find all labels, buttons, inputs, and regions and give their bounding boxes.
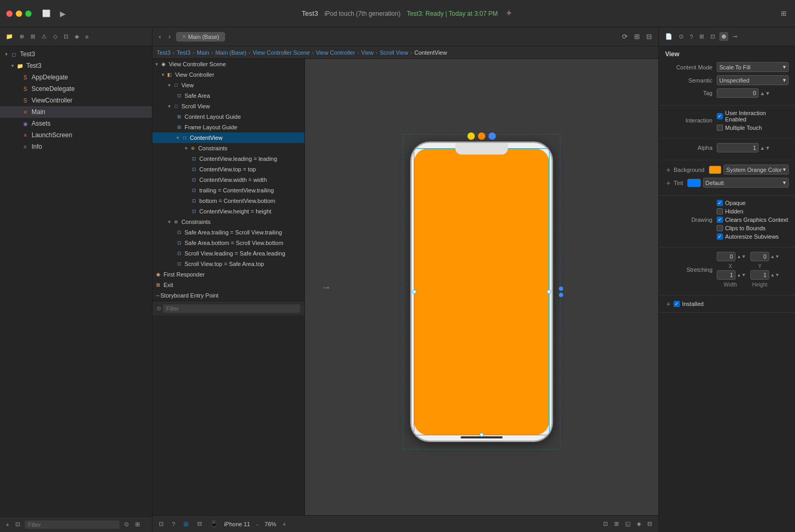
device-controls[interactable]	[411, 132, 553, 140]
stretch-x-input[interactable]	[717, 252, 736, 261]
canvas-fit-btn[interactable]: ⊡	[157, 519, 166, 528]
outline-item-storyboard-entry[interactable]: → Storyboard Entry Point	[152, 290, 304, 301]
sidebar-toggle-button[interactable]: ⬜	[40, 7, 53, 19]
multiple-touch-checkbox[interactable]	[717, 125, 723, 131]
content-mode-select[interactable]: Scale To Fill ▾	[717, 62, 789, 72]
outline-item-constraint-7[interactable]: ⊡ Safe Area.trailing = Scroll View.trail…	[152, 227, 304, 238]
outline-item-framelayout[interactable]: ⊞ Frame Layout Guide	[152, 122, 304, 132]
stretch-height-stepper[interactable]: ▲▼	[770, 272, 780, 278]
file-item-viewcontroller[interactable]: S ViewController	[0, 95, 152, 106]
breadcrumb-item[interactable]: ContentView	[414, 49, 447, 56]
tag-stepper-icon[interactable]: ▲▼	[760, 90, 770, 96]
insp-size-btn[interactable]: ⊡	[708, 32, 717, 41]
canvas-constraints-btn[interactable]: ◎	[181, 519, 191, 528]
insp-help-btn[interactable]: ?	[688, 33, 695, 41]
background-color-swatch[interactable]	[709, 166, 721, 174]
breadcrumb-item[interactable]: View Controller	[316, 49, 355, 56]
stretch-x-stepper[interactable]: ▲▼	[737, 254, 746, 259]
outline-item-scene[interactable]: ▼ ◉ View Controller Scene	[152, 59, 304, 69]
right-handle-1[interactable]	[559, 287, 563, 291]
outline-item-exit[interactable]: ⊠ Exit	[152, 280, 304, 290]
tag-input[interactable]	[717, 88, 759, 98]
autoresize-checkbox[interactable]: ✓	[717, 233, 723, 240]
tab-main-base[interactable]: ✕ Main (Base)	[176, 32, 225, 42]
nav-folder-icon[interactable]: 📁	[4, 32, 15, 41]
device-ctrl-orange[interactable]	[478, 132, 485, 140]
insp-connections-btn[interactable]: ⊸	[730, 32, 739, 41]
alpha-stepper-icon[interactable]: ▲▼	[760, 145, 770, 151]
breadcrumb-item[interactable]: Main (Base)	[215, 49, 246, 56]
stretch-height-input[interactable]	[750, 270, 769, 280]
insp-quick-btn[interactable]: ⊙	[677, 32, 686, 41]
nav-search-icon[interactable]: ⊞	[29, 32, 37, 41]
canvas-tool-4[interactable]: ◈	[635, 519, 643, 528]
breadcrumb-item[interactable]: Main	[197, 49, 209, 56]
clips-checkbox[interactable]	[717, 225, 723, 231]
outline-item-constraint-9[interactable]: ⊡ Scroll View.leading = Safe Area.leadin…	[152, 248, 304, 259]
device-screen[interactable]	[414, 148, 549, 435]
file-item-launchscreen[interactable]: ✕ LaunchScreen	[0, 129, 152, 141]
outline-filter-input[interactable]	[163, 304, 300, 313]
file-item-info[interactable]: ≡ Info	[0, 141, 152, 152]
breadcrumb-item[interactable]: Test3	[157, 49, 170, 56]
file-item-project[interactable]: ▼ ◻ Test3	[0, 48, 152, 60]
outline-item-scrollview[interactable]: ▼ □ Scroll View	[152, 101, 304, 111]
stretch-width-input[interactable]	[717, 270, 736, 280]
device-ctrl-yellow[interactable]	[467, 132, 475, 140]
outline-item-constraints-inner[interactable]: ▼ ⊕ Constraints	[152, 143, 304, 154]
stretch-y-stepper[interactable]: ▲▼	[770, 254, 780, 259]
hidden-checkbox[interactable]	[717, 208, 723, 214]
traffic-lights[interactable]	[6, 11, 32, 17]
canvas-split-btn[interactable]: ⊟	[195, 519, 204, 528]
tab-close-icon[interactable]: ✕	[182, 34, 186, 39]
canvas-tool-2[interactable]: ⊞	[612, 519, 621, 528]
breadcrumb-item[interactable]: View Controller Scene	[252, 49, 310, 56]
outline-item-constraint-8[interactable]: ⊡ Safe Area.bottom = Scroll View.bottom	[152, 238, 304, 248]
outline-item-constraints-outer[interactable]: ▼ ⊕ Constraints	[152, 217, 304, 227]
breadcrumb-item[interactable]: Scroll View	[380, 49, 408, 56]
zoom-in-btn[interactable]: +	[280, 520, 288, 528]
insp-attr-btn[interactable]: ⊕	[719, 32, 728, 41]
outline-item-contentlayout[interactable]: ⊞ Content Layout Guide	[152, 111, 304, 122]
minimize-button[interactable]	[16, 11, 22, 17]
nav-debug-icon[interactable]: ⊡	[62, 32, 70, 41]
zoom-out-btn[interactable]: -	[254, 520, 261, 528]
outline-item-constraint-3[interactable]: ⊡ ContentView.width = width	[152, 175, 304, 185]
tint-color-swatch[interactable]	[687, 179, 700, 187]
outline-item-constraint-10[interactable]: ⊡ Scroll View.top = Safe Area.top	[152, 259, 304, 269]
add-file-button[interactable]: +	[4, 520, 11, 529]
stretch-y-input[interactable]	[750, 252, 769, 261]
run-button[interactable]: ▶	[57, 8, 69, 19]
outline-item-constraint-2[interactable]: ⊡ ContentView.top = top	[152, 164, 304, 175]
nav-breakpoint-icon[interactable]: ◈	[73, 32, 80, 41]
stretch-width-stepper[interactable]: ▲▼	[737, 272, 746, 278]
close-button[interactable]	[6, 11, 13, 17]
panel-icon[interactable]: ⊟	[644, 30, 654, 43]
outline-item-constraint-6[interactable]: ⊡ ContentView.height = height	[152, 206, 304, 217]
opaque-checkbox[interactable]: ✓	[717, 200, 723, 206]
canvas-device-btn[interactable]: 📱	[208, 519, 220, 528]
file-filter-input[interactable]	[25, 520, 119, 529]
canvas-help-btn[interactable]: ?	[170, 520, 177, 528]
nav-bottom-icon1[interactable]: ⊙	[123, 520, 130, 529]
installed-checkbox[interactable]: ✓	[674, 301, 680, 307]
outline-item-constraint-5[interactable]: ⊡ bottom = ContentView.bottom	[152, 196, 304, 206]
clears-checkbox[interactable]: ✓	[717, 217, 723, 223]
outline-item-safearea[interactable]: ⊡ Safe Area	[152, 90, 304, 101]
outline-item-constraint-4[interactable]: ⊡ trailing = ContentView.trailing	[152, 185, 304, 196]
installed-plus-btn[interactable]: +	[665, 300, 671, 308]
nav-report-icon[interactable]: ≡	[84, 33, 90, 41]
right-handle-2[interactable]	[559, 293, 563, 297]
insp-grid-btn[interactable]: ⊞	[697, 32, 706, 41]
outline-item-view[interactable]: ▼ □ View	[152, 80, 304, 90]
file-item-scenedelegate[interactable]: S SceneDelegate	[0, 83, 152, 95]
fullscreen-button[interactable]	[25, 11, 32, 17]
device-ctrl-blue[interactable]	[488, 132, 496, 140]
split-view-button[interactable]: ⊞	[779, 7, 789, 19]
file-item-main[interactable]: ✕ Main	[0, 106, 152, 118]
canvas-tool-1[interactable]: ⊡	[601, 519, 610, 528]
background-plus-btn[interactable]: +	[665, 166, 671, 174]
add-button[interactable]: +	[504, 8, 514, 19]
nav-test-icon[interactable]: ◇	[52, 32, 59, 41]
user-interaction-checkbox[interactable]: ✓	[717, 113, 723, 119]
